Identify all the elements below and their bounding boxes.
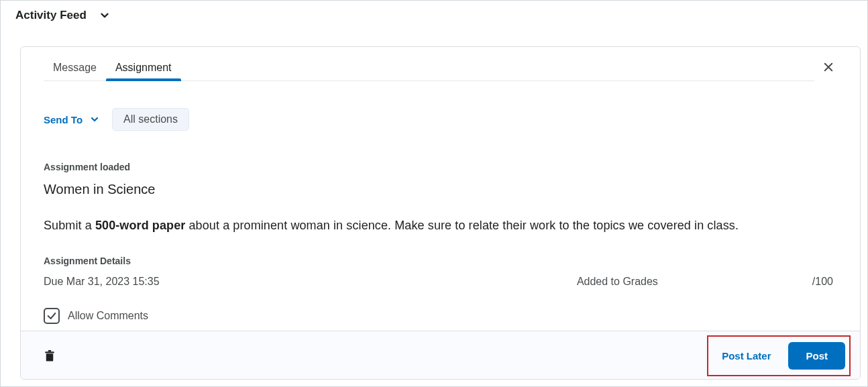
compose-panel: Message Assignment Send To All sections … [20, 46, 861, 380]
allow-comments-row: Allow Comments [44, 308, 837, 324]
allow-comments-checkbox[interactable] [44, 308, 60, 324]
check-icon [46, 311, 57, 321]
added-to-grades: Added to Grades [577, 276, 658, 288]
svg-rect-2 [46, 353, 54, 361]
tab-assignment[interactable]: Assignment [106, 56, 181, 80]
assignment-title: Women in Science [44, 182, 837, 197]
chevron-down-icon[interactable] [99, 9, 111, 21]
post-later-button[interactable]: Post Later [712, 343, 780, 368]
tabs-row: Message Assignment [21, 47, 860, 81]
assignment-loaded-label: Assignment loaded [44, 162, 837, 172]
desc-suffix: about a prominent woman in science. Make… [185, 219, 739, 232]
desc-prefix: Submit a [44, 219, 95, 232]
send-to-row: Send To All sections [44, 108, 837, 131]
activity-feed-container: Activity Feed Message Assignment Send To… [0, 0, 868, 387]
assignment-details-row: Due Mar 31, 2023 15:35 Added to Grades /… [44, 276, 837, 288]
score-out-of: /100 [812, 276, 833, 288]
activity-feed-header: Activity Feed [1, 1, 867, 33]
panel-body: Send To All sections Assignment loaded W… [21, 81, 860, 331]
activity-feed-title: Activity Feed [15, 9, 87, 22]
send-to-label: Send To [44, 114, 83, 125]
panel-footer: Post Later Post [21, 331, 860, 380]
svg-rect-4 [48, 350, 52, 351]
svg-rect-3 [45, 351, 54, 353]
due-date: Due Mar 31, 2023 15:35 [44, 276, 577, 288]
post-button[interactable]: Post [788, 342, 845, 370]
desc-bold: 500-word paper [95, 219, 185, 232]
assignment-description: Submit a 500-word paper about a prominen… [44, 219, 837, 233]
tab-message[interactable]: Message [44, 56, 106, 80]
assignment-details-label: Assignment Details [44, 256, 837, 266]
allow-comments-label: Allow Comments [68, 310, 148, 322]
send-to-dropdown[interactable]: Send To [44, 114, 100, 125]
close-icon[interactable] [820, 58, 837, 76]
trash-icon[interactable] [44, 349, 56, 363]
chevron-down-icon [89, 114, 100, 125]
recipient-chip[interactable]: All sections [112, 108, 189, 131]
tabs: Message Assignment [44, 56, 814, 81]
